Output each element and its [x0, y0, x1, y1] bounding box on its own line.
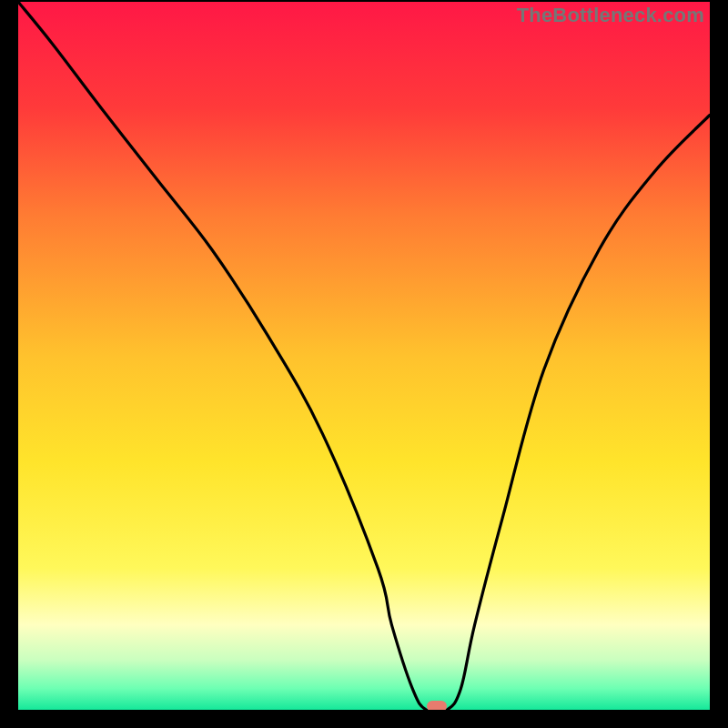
attribution-label: TheBottleneck.com	[517, 4, 704, 27]
plot-area	[18, 2, 710, 710]
minimum-marker	[427, 701, 447, 710]
chart-frame: TheBottleneck.com	[0, 0, 728, 728]
svg-rect-0	[18, 2, 710, 710]
gradient-background	[18, 2, 710, 710]
